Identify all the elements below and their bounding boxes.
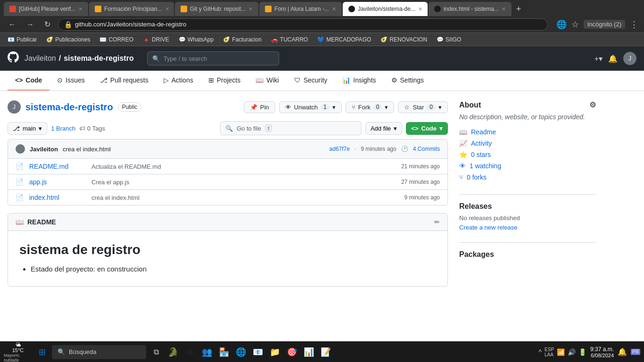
activity-link[interactable]: 📈 Activity bbox=[459, 138, 596, 149]
chevron-down-addfile-icon: ▾ bbox=[394, 125, 397, 132]
create-release-link[interactable]: Create a new release bbox=[459, 224, 518, 231]
nav-security-label: Security bbox=[304, 76, 328, 84]
readme-heading: sistema de registro bbox=[19, 242, 436, 257]
pin-button[interactable]: 📌 Pin bbox=[244, 101, 275, 113]
settings-gear-icon[interactable]: ⚙ bbox=[589, 100, 596, 109]
forward-button[interactable]: → bbox=[24, 19, 37, 30]
tab-label: Git y GitHub: reposit... bbox=[190, 6, 246, 12]
nav-security[interactable]: 🛡 Security bbox=[287, 71, 335, 90]
repo-title-row: J sistema-de-registro Public 📌 Pin 👁 Unw… bbox=[8, 100, 448, 114]
bookmark-whatsapp[interactable]: 💬 WhatsApp bbox=[175, 35, 217, 44]
star-button[interactable]: ☆ Star 0 ▾ bbox=[398, 101, 448, 113]
breadcrumb-separator: / bbox=[59, 54, 61, 63]
github-search[interactable]: 🔍 Type / to search bbox=[147, 51, 279, 66]
bookmark-facturacion[interactable]: 🥑 Facturacion bbox=[219, 35, 265, 44]
bookmark-tucarro[interactable]: 🚗 TUCARRO bbox=[267, 35, 312, 44]
bookmark-siigo[interactable]: 💬 SIIGO bbox=[433, 35, 465, 44]
search-icon: 🔍 bbox=[152, 55, 160, 62]
stars-link[interactable]: ⭐ 0 stars bbox=[459, 149, 596, 160]
tab-close-icon[interactable]: ✕ bbox=[418, 6, 422, 12]
bookmark-mercadopago[interactable]: 💙 MERCADOPAGO bbox=[314, 35, 375, 44]
repo-sidebar: About ⚙ No description, website, or topi… bbox=[459, 100, 596, 287]
readme-link[interactable]: 📖 Readme bbox=[459, 126, 596, 138]
tab-foro[interactable]: Foro | Alura Latam -... ✕ bbox=[259, 2, 342, 16]
code-button[interactable]: <> Code ▾ bbox=[406, 122, 448, 135]
tab-close-icon[interactable]: ✕ bbox=[502, 6, 506, 12]
nav-pull-requests[interactable]: ⎇ Pull requests bbox=[92, 71, 156, 90]
menu-icon[interactable]: ⋮ bbox=[630, 19, 638, 30]
actions-icon: ▷ bbox=[164, 76, 169, 84]
tab-close-icon[interactable]: ✕ bbox=[78, 6, 83, 12]
tab-indexhtml[interactable]: index.html - sistema... ✕ bbox=[429, 2, 512, 16]
fork-count: 0 bbox=[373, 104, 382, 110]
releases-section: Releases No releases published Create a … bbox=[459, 202, 596, 231]
plus-icon[interactable]: +▾ bbox=[594, 54, 603, 63]
fork-button[interactable]: ⑂ Fork 0 ▾ bbox=[346, 101, 395, 113]
new-tab-button[interactable]: + bbox=[512, 2, 525, 16]
nav-settings[interactable]: ⚙ Settings bbox=[384, 71, 432, 90]
activity-icon: 📈 bbox=[459, 140, 467, 147]
commit-hash[interactable]: ad67f7e bbox=[330, 146, 350, 152]
file-time-appjs: 27 minutes ago bbox=[401, 179, 440, 185]
translate-icon[interactable]: 🌐 bbox=[556, 19, 567, 30]
nav-insights[interactable]: 📊 Insights bbox=[335, 71, 383, 90]
bookmark-renovacion[interactable]: 🥑 RENOVACION bbox=[377, 35, 431, 44]
file-name-appjs[interactable]: app.js bbox=[29, 178, 86, 186]
commit-avatar bbox=[16, 144, 25, 154]
notification-icon[interactable]: 🔔 bbox=[608, 54, 618, 63]
tab-formacion[interactable]: Formación Principian... ✕ bbox=[89, 2, 174, 16]
watching-link[interactable]: 👁 1 watching bbox=[459, 160, 596, 172]
bookmark-publicaciones[interactable]: 🥑 Publicaciones bbox=[42, 35, 94, 44]
bookmark-label: SIIGO bbox=[446, 36, 461, 43]
tags-link[interactable]: 🏷 0 Tags bbox=[79, 125, 105, 132]
chevron-down-icon: ▾ bbox=[332, 104, 336, 111]
forks-link[interactable]: ⑂ 0 forks bbox=[459, 172, 596, 183]
bookmark-drive[interactable]: 🔺 DRIVE bbox=[139, 35, 173, 44]
wiki-icon: 📖 bbox=[256, 76, 264, 84]
tab-gmail[interactable]: [GitHub] Please verif... ✕ bbox=[4, 2, 88, 16]
bookmark-icon[interactable]: ☆ bbox=[571, 19, 579, 30]
add-file-button[interactable]: Add file ▾ bbox=[365, 122, 402, 135]
repo-actions: 📌 Pin 👁 Unwatch 1 ▾ ⑂ Fork 0 ▾ ☆ S bbox=[244, 101, 448, 113]
nav-code[interactable]: <> Code bbox=[8, 71, 50, 90]
edit-readme-icon[interactable]: ✏ bbox=[434, 218, 440, 226]
unwatch-button[interactable]: 👁 Unwatch 1 ▾ bbox=[279, 101, 342, 113]
bookmark-correo[interactable]: ✉️ CORREO bbox=[96, 35, 137, 44]
commit-author[interactable]: Javileiton bbox=[30, 146, 58, 153]
github-logo[interactable] bbox=[8, 51, 19, 66]
nav-pr-label: Pull requests bbox=[110, 76, 149, 84]
tab-close-icon[interactable]: ✕ bbox=[332, 6, 336, 12]
nav-issues[interactable]: ⊙ Issues bbox=[50, 71, 92, 90]
refresh-button[interactable]: ↻ bbox=[41, 19, 53, 30]
nav-actions[interactable]: ▷ Actions bbox=[156, 71, 201, 90]
nav-wiki[interactable]: 📖 Wiki bbox=[248, 71, 286, 90]
tab-close-icon[interactable]: ✕ bbox=[248, 6, 253, 12]
commits-link[interactable]: 4 Commits bbox=[413, 146, 440, 152]
readme-link-label: Readme bbox=[471, 128, 496, 136]
file-commit-msg-readme: Actualiza el README.md bbox=[91, 163, 396, 170]
header-icons: +▾ 🔔 J bbox=[594, 52, 636, 65]
unwatch-label: Unwatch bbox=[294, 104, 318, 111]
code-btn-icon: <> bbox=[411, 125, 418, 132]
back-button[interactable]: ← bbox=[6, 19, 19, 30]
tab-close-icon[interactable]: ✕ bbox=[165, 6, 169, 12]
repo-title[interactable]: sistema-de-registro bbox=[25, 102, 113, 113]
about-title: About ⚙ bbox=[459, 100, 596, 109]
branch-count-link[interactable]: 1 Branch bbox=[51, 125, 75, 132]
code-icon: <> bbox=[15, 76, 23, 84]
nav-projects[interactable]: ⊞ Projects bbox=[201, 71, 248, 90]
visibility-badge: Public bbox=[118, 102, 142, 112]
tab-git[interactable]: Git y GitHub: reposit... ✕ bbox=[175, 2, 258, 16]
branch-selector[interactable]: ⎇ main ▾ bbox=[8, 122, 47, 135]
chevron-down-fork-icon: ▾ bbox=[385, 104, 388, 111]
file-name-indexhtml[interactable]: index.html bbox=[29, 194, 86, 201]
go-to-file-button[interactable]: 🔍 Go to file t bbox=[220, 121, 362, 135]
bookmark-publicar[interactable]: 📧 Publicar bbox=[4, 35, 41, 44]
tab-javileiton[interactable]: Javileiton/sistema-de... ✕ bbox=[343, 2, 428, 16]
file-name-readme[interactable]: README.md bbox=[29, 163, 86, 170]
book-icon: 📖 bbox=[16, 218, 24, 226]
bookmarks-bar: 📧 Publicar 🥑 Publicaciones ✉️ CORREO 🔺 D… bbox=[0, 33, 644, 46]
user-avatar[interactable]: J bbox=[623, 52, 636, 65]
breadcrumb-owner[interactable]: Javileiton bbox=[25, 54, 56, 63]
url-input[interactable]: 🔒 github.com/Javileiton/sistema-de-regis… bbox=[58, 18, 548, 31]
